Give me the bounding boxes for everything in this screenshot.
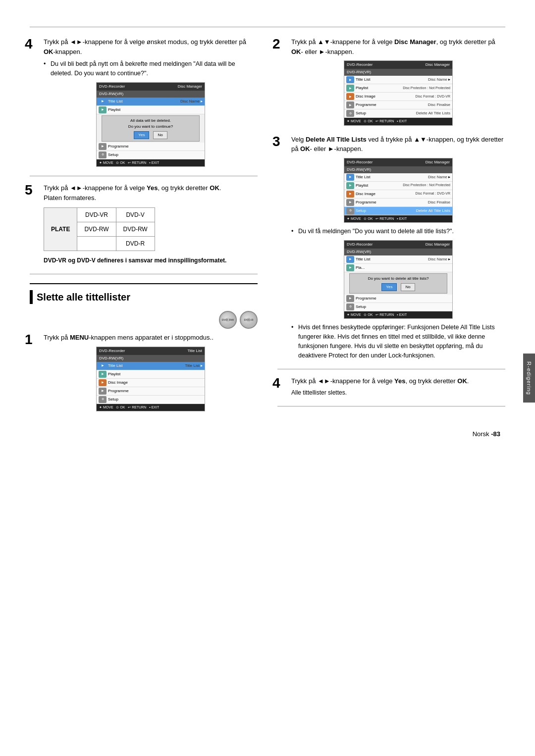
icon-programme-1: ▶ [99, 143, 107, 150]
format-dvd-vr: DVD-VR [77, 208, 116, 222]
screen-footer-1: ✦ MOVE ⊙ OK ↩ RETURN ▪ EXIT [97, 159, 205, 167]
icon-dm3-4: ▶ [346, 199, 354, 206]
step-3-bullet-2: Hvis det finnes beskyttede oppføringer: … [291, 323, 505, 360]
step-number-5: 5 [25, 183, 33, 197]
row-tl-value-1: Title List [185, 363, 200, 369]
row-dm3-value-4: Disc Finalise [428, 200, 450, 205]
dialog-delete-no: No [401, 283, 415, 291]
row-label-playlist-1: Playlist [108, 107, 203, 113]
screen-dm2-subheader: DVD-RW(VR) [344, 69, 452, 76]
screen-dm3-header: DVD-Recorder Disc Manager [344, 158, 452, 166]
step-1: 1 Trykk på MENU-knappen mens apparatet e… [30, 333, 258, 411]
icon-setup-1: ⚙ [99, 151, 107, 158]
step-5: 5 Trykk på ◄►-knappene for å velge Yes, … [30, 183, 258, 265]
section-heading: Slette alle tittellister [30, 283, 258, 304]
dialog-buttons-1: Yes No [104, 131, 197, 139]
dialog-delete-yes: Yes [381, 283, 397, 291]
dvd-r-icon: DVD-R [240, 311, 258, 329]
icon-dm3-5: ⚙ [346, 207, 354, 214]
row-dm3-value-1: Disc Name [428, 174, 447, 180]
step-2-content: Trykk på ▲▼-knappene for å velge Disc Ma… [291, 37, 505, 126]
screen-row-setup-1: ⚙ Setup [97, 151, 205, 159]
row-dm2-label-1: Title List [356, 77, 428, 83]
row-dm4-label-5: Setup [356, 304, 450, 310]
step-4-top-text: Trykk på ◄►-knappene for å velge ønsket … [44, 37, 258, 56]
dialog-line2: Do you want to continue? [104, 124, 197, 130]
icon-tl-5: ⚙ [99, 396, 107, 403]
step-number-2: 2 [272, 37, 280, 51]
format-table: PLATE DVD-VR DVD-V DVD-RW DVD-RW DVD-R [44, 207, 155, 251]
row-tl-label-3: Disc Image [108, 380, 203, 386]
row-label-title-list-1: Title List [108, 99, 180, 104]
screen-dm3-row-1: ▶ Title List Disc Name ▸ [344, 173, 452, 182]
row-dm3-label-3: Disc Image [356, 191, 416, 197]
row-label-programme-1: Programme [108, 144, 203, 150]
format-dvd-r: DVD-R [116, 237, 155, 251]
row-dm2-label-3: Disc Image [356, 94, 416, 100]
row-dm3-value-5: Delete All Title Lists [416, 208, 450, 214]
row-dm3-label-5: Setup [356, 208, 416, 214]
screen-header-right-1: Disc Manager [178, 84, 202, 90]
step-4-bottom: 4 Trykk på ◄►-knappene for å velge Yes, … [277, 376, 505, 397]
screen-dm2-row-1: ▶ Title List Disc Name ▸ [344, 76, 452, 84]
dialog-no-1: No [153, 131, 167, 139]
screen-tl-footer: ✦ MOVE ⊙ OK ↩ RETURN ▪ EXIT [97, 404, 205, 411]
row-dm3-label-2: Playlist [356, 183, 403, 189]
row-dm2-value-4: Disc Finalise [428, 102, 450, 108]
row-dm2-value-2: Disc Protection : Not Protected [403, 86, 450, 91]
screen-dm4-header-right: Disc Manager [426, 242, 450, 248]
step-number-4-top: 4 [25, 37, 33, 51]
dialog-delete-line1: Do you want to delete all title lists? [352, 276, 445, 282]
screen-disc-manager-4: DVD-Recorder Disc Manager DVD-RW(VR) ▶ T… [344, 240, 453, 319]
screen-dm3-row-2: ▶ Playlist Disc Protection : Not Protect… [344, 182, 452, 190]
icon-tl-2: ▶ [99, 371, 107, 378]
icon-dm3-2: ▶ [346, 182, 354, 189]
screen-dm2-row-4: ▶ Programme Disc Finalise [344, 101, 452, 109]
dialog-delete-buttons: Yes No [352, 283, 445, 291]
step-5-content: Trykk på ◄►-knappene for å velge Yes, og… [44, 183, 258, 265]
step-3-bullet-1: Du vil få meldingen "Do you want to dele… [291, 227, 505, 236]
screen-title-list: DVD-Recorder Title List DVD-RW(VR) ▶ Tit… [96, 347, 205, 412]
icon-tl-1: ▶ [99, 362, 107, 369]
step-1-text: Trykk på MENU-knappen mens apparatet er … [44, 333, 258, 343]
dialog-yes-1: Yes [134, 131, 149, 139]
step-4-bottom-sub: Alle tittellister slettes. [291, 388, 505, 397]
screen-dm2-header-right: Disc Manager [426, 62, 450, 68]
section-bar [30, 290, 33, 304]
screen-dm4-row-4: ▶ Programme [344, 295, 452, 303]
screen-tl-header-left: DVD-Recorder [99, 348, 125, 354]
row-tl-label-4: Programme [108, 388, 203, 394]
step-2: 2 Trykk på ▲▼-knappene for å velge Disc … [277, 37, 505, 126]
icon-dm3-3: ▶ [346, 191, 354, 198]
screen-dm4-row-1: ▶ Title List Disc Name ▸ [344, 255, 452, 264]
page-language: Norsk [473, 430, 491, 438]
icon-tl-3: ▶ [99, 379, 107, 386]
format-dvd-rw-left: DVD-RW [77, 222, 116, 237]
screen-disc-manager-1: DVD-Recorder Disc Manager DVD-RW(VR) ▶ T… [96, 82, 205, 167]
screen-dm4-footer: ✦ MOVE ⊙ OK ↩ RETURN ▪ EXIT [344, 311, 452, 319]
screen-dm4-row-5: ⚙ Setup [344, 303, 452, 311]
screen-dm4-row-2: ▶ Pla... [344, 264, 452, 272]
row-dm2-label-2: Playlist [356, 85, 403, 91]
icon-dm2-3: ▶ [346, 93, 354, 100]
icon-dm2-4: ▶ [346, 101, 354, 108]
row-tl-label-1: Title List [108, 363, 185, 369]
page-num: -83 [491, 430, 500, 438]
row-tl-label-5: Setup [108, 397, 203, 403]
row-dm2-value-3: Disc Format : DVD-VR [416, 94, 450, 100]
screen-tl-header-right: Title List [188, 348, 203, 354]
row-dm2-value-1: Disc Name [428, 77, 447, 83]
dialog-line1: All data will be deleted. [104, 118, 197, 124]
screen-row-title-list-1: ▶ Title List Disc Name ▸ [97, 98, 205, 106]
screen-subheader-1: DVD-RW(VR) [97, 91, 205, 98]
screen-dm3-row-4: ▶ Programme Disc Finalise [344, 199, 452, 207]
dialog-delete-titles: Do you want to delete all title lists? Y… [349, 273, 447, 294]
row-tl-label-2: Playlist [108, 371, 203, 377]
icon-dm4-5: ⚙ [346, 303, 354, 310]
screen-dm3-subheader: DVD-RW(VR) [344, 166, 452, 173]
screen-disc-manager-2: DVD-Recorder Disc Manager DVD-RW(VR) ▶ T… [344, 60, 453, 126]
screen-dm3-footer: ✦ MOVE ⊙ OK ↩ RETURN ▪ EXIT [344, 215, 452, 223]
step-5-text: Trykk på ◄►-knappene for å velge Yes, og… [44, 183, 258, 202]
screen-tl-row-2: ▶ Playlist [97, 370, 205, 379]
footer-dm4: ✦ MOVE ⊙ OK ↩ RETURN ▪ EXIT [347, 312, 407, 318]
